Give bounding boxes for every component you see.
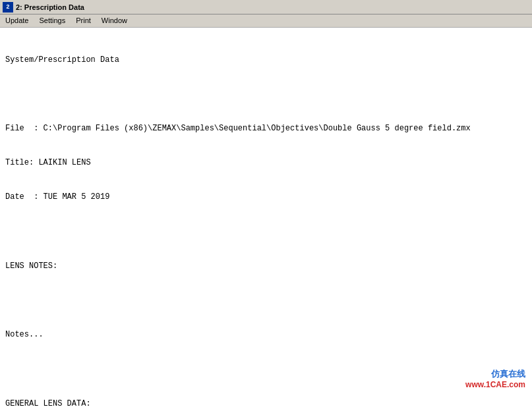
lens-notes-label: LENS NOTES: [5, 261, 527, 272]
breadcrumb: System/Prescription Data [5, 55, 527, 66]
watermark: 仿真在线 www.1CAE.com [465, 368, 525, 389]
menu-print[interactable]: Print [73, 16, 94, 26]
spacer [5, 89, 527, 100]
menu-bar: Update Settings Print Window [0, 14, 532, 28]
menu-window[interactable]: Window [99, 16, 130, 26]
menu-settings[interactable]: Settings [36, 16, 68, 26]
menu-update[interactable]: Update [3, 16, 31, 26]
title-bar-text: 2: Prescription Data [16, 3, 84, 11]
app-icon: 2 [3, 2, 13, 13]
title-bar: 2 2: Prescription Data [0, 0, 532, 14]
watermark-line2: www.1CAE.com [465, 380, 525, 389]
file-line: File : C:\Program Files (x86)\ZEMAX\Samp… [5, 123, 527, 134]
spacer3 [5, 295, 527, 306]
content-area: System/Prescription Data File : C:\Progr… [0, 28, 532, 409]
spacer4 [5, 364, 527, 375]
date-line: Date : TUE MAR 5 2019 [5, 192, 527, 203]
notes-text: Notes... [5, 329, 527, 341]
title-line: Title: LAIKIN LENS [5, 157, 527, 169]
watermark-line1: 仿真在线 [465, 368, 525, 380]
spacer2 [5, 227, 527, 238]
general-label: GENERAL LENS DATA: [5, 398, 527, 410]
